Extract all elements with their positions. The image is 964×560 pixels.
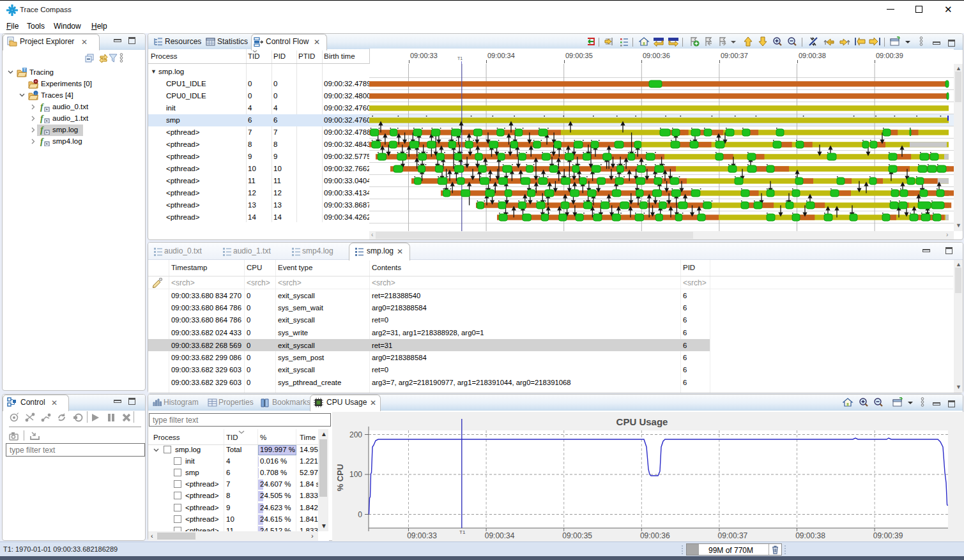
svg-text:f: f: [40, 137, 44, 146]
svg-text:↓: ↓: [35, 91, 37, 95]
svg-text:f: f: [40, 114, 44, 123]
svg-text:09:00:37: 09:00:37: [718, 531, 748, 540]
svg-text:% CPU: % CPU: [335, 464, 345, 492]
svg-text:T: T: [23, 68, 26, 72]
svg-text:200: 200: [349, 430, 362, 439]
svg-text:f: f: [40, 102, 44, 112]
svg-text:09:00:36: 09:00:36: [640, 531, 670, 540]
svg-text:09:00:33: 09:00:33: [407, 531, 437, 540]
svg-text:09:00:38: 09:00:38: [795, 531, 825, 540]
svg-text:0: 0: [358, 510, 362, 519]
svg-text:09:00:35: 09:00:35: [562, 531, 592, 540]
svg-text:09:00:39: 09:00:39: [873, 531, 903, 540]
svg-text:09:00:34: 09:00:34: [485, 531, 515, 540]
svg-text:f: f: [40, 125, 44, 135]
svg-text:100: 100: [349, 470, 362, 479]
svg-text:CPU Usage: CPU Usage: [616, 416, 668, 427]
svg-text:T1: T1: [459, 529, 466, 535]
